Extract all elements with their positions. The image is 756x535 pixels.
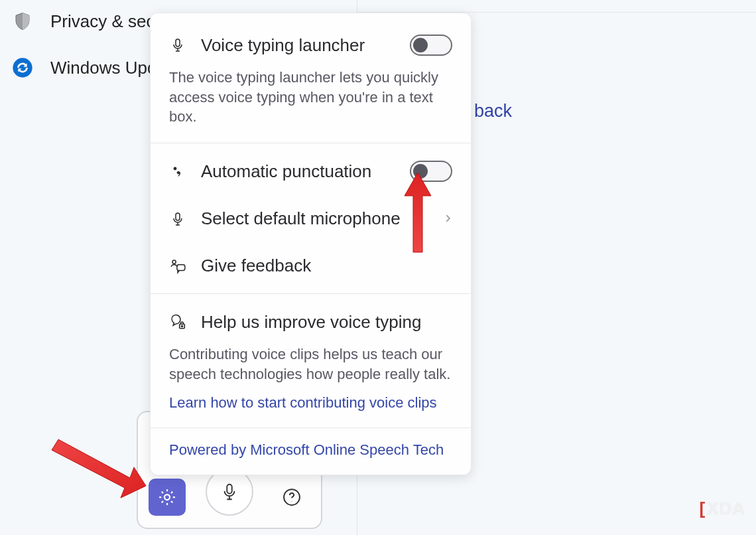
svg-point-7 xyxy=(172,260,176,263)
svg-rect-4 xyxy=(176,39,180,46)
give-feedback-title: Give feedback xyxy=(201,256,452,276)
svg-point-10 xyxy=(182,326,183,327)
svg-point-5 xyxy=(174,167,177,171)
improve-voice-typing-section: Help us improve voice typing Contributin… xyxy=(151,294,471,428)
automatic-punctuation-row: Automatic punctuation xyxy=(169,155,452,187)
learn-contributing-link[interactable]: Learn how to start contributing voice cl… xyxy=(169,394,437,412)
select-default-microphone-row[interactable]: Select default microphone xyxy=(169,203,452,234)
middle-options-section: Automatic punctuation Select default mic… xyxy=(151,143,471,294)
select-default-microphone-title: Select default microphone xyxy=(201,208,428,229)
svg-rect-8 xyxy=(177,264,185,270)
update-sync-icon xyxy=(12,57,33,78)
settings-button[interactable] xyxy=(149,479,186,516)
improve-voice-typing-desc: Contributing voice clips helps us teach … xyxy=(169,344,452,384)
voice-typing-launcher-toggle[interactable] xyxy=(410,35,452,56)
watermark-bracket-icon: [ xyxy=(699,498,706,519)
voice-typing-launcher-desc: The voice typing launcher lets you quick… xyxy=(169,68,452,127)
voice-typing-settings-popup: Voice typing launcher The voice typing l… xyxy=(150,13,472,475)
background-link-fragment: back xyxy=(474,101,512,121)
punctuation-icon xyxy=(169,163,186,180)
svg-point-0 xyxy=(13,58,32,77)
svg-point-1 xyxy=(164,495,170,500)
shield-icon xyxy=(12,11,33,32)
watermark-text: XDA xyxy=(707,498,745,519)
microphone-icon xyxy=(169,37,186,54)
watermark: [ XDA xyxy=(699,498,745,519)
svg-rect-6 xyxy=(176,213,180,220)
popup-footer: Powered by Microsoft Online Speech Tech xyxy=(151,428,471,475)
chat-lock-icon xyxy=(169,313,186,331)
voice-typing-launcher-title: Voice typing launcher xyxy=(201,35,395,56)
chevron-right-icon xyxy=(443,211,452,226)
feedback-icon xyxy=(169,258,186,275)
voice-typing-launcher-section: Voice typing launcher The voice typing l… xyxy=(151,13,471,143)
give-feedback-row[interactable]: Give feedback xyxy=(169,250,452,281)
powered-by-text: Powered by Microsoft Online Speech Tech xyxy=(169,441,444,458)
microphone-icon xyxy=(169,210,186,228)
svg-rect-2 xyxy=(227,485,232,494)
help-button[interactable] xyxy=(273,479,310,516)
automatic-punctuation-title: Automatic punctuation xyxy=(201,161,395,182)
automatic-punctuation-toggle[interactable] xyxy=(410,161,452,182)
improve-voice-typing-title: Help us improve voice typing xyxy=(201,312,452,333)
